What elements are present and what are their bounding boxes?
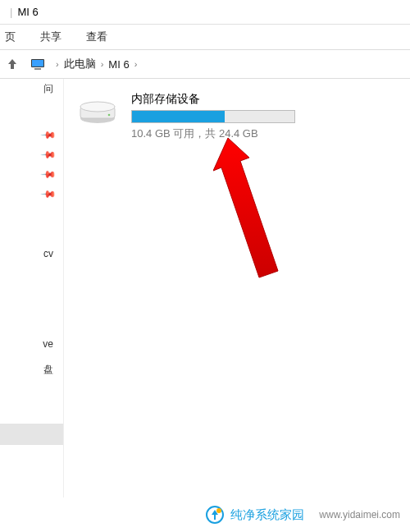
address-bar[interactable]: › 此电脑 › MI 6 ›: [0, 49, 410, 79]
drive-capacity-text: 10.4 GB 可用，共 24.4 GB: [131, 126, 295, 141]
arrow-up-icon: [6, 57, 19, 71]
sidebar-item-selected[interactable]: [0, 424, 63, 445]
sidebar-pinned-item[interactable]: 📌: [0, 125, 63, 144]
pin-icon: 📌: [40, 186, 57, 203]
brand-name: 纯净系统家园: [230, 507, 304, 523]
tab-share[interactable]: 共享: [37, 25, 65, 49]
sidebar-item[interactable]: 盘: [43, 363, 53, 377]
drive-title: 内部存储设备: [131, 92, 295, 107]
window-title: MI 6: [17, 6, 38, 18]
ribbon-tabs: 页 共享 查看: [0, 25, 410, 49]
sidebar-pinned-item[interactable]: 📌: [0, 164, 63, 184]
this-pc-icon: [30, 56, 46, 72]
tab-file[interactable]: 页: [2, 25, 19, 49]
pin-icon: 📌: [40, 166, 57, 183]
navigation-pane: 问 📌 📌 📌 📌 cv ve 盘: [0, 79, 64, 498]
pin-icon: 📌: [40, 126, 57, 144]
sidebar-item[interactable]: ve: [43, 338, 53, 350]
chevron-right-icon: ›: [101, 59, 104, 69]
sidebar-item[interactable]: cv: [43, 248, 53, 259]
svg-point-6: [108, 114, 111, 117]
title-bar: | MI 6: [0, 0, 410, 25]
brand-url: www.yidaimei.com: [319, 509, 400, 521]
capacity-bar: [131, 110, 295, 123]
sidebar-pinned-item[interactable]: 📌: [0, 184, 63, 204]
sidebar-pinned-item[interactable]: 📌: [0, 144, 63, 164]
svg-point-9: [216, 508, 221, 513]
brand-logo-icon: [206, 506, 224, 524]
svg-marker-7: [213, 138, 278, 277]
svg-point-5: [80, 102, 115, 112]
crumb-this-pc[interactable]: 此电脑: [64, 57, 96, 71]
svg-rect-1: [32, 60, 43, 66]
sidebar-item-quickaccess[interactable]: 问: [43, 82, 53, 96]
drive-info: 内部存储设备 10.4 GB 可用，共 24.4 GB: [131, 92, 295, 141]
tab-view[interactable]: 查看: [83, 25, 111, 49]
title-separator: |: [10, 6, 12, 18]
capacity-used-fill: [132, 111, 225, 122]
annotation-arrow: [213, 128, 312, 276]
chevron-right-icon: ›: [56, 59, 59, 69]
crumb-device[interactable]: MI 6: [108, 58, 129, 71]
drive-tile[interactable]: 内部存储设备 10.4 GB 可用，共 24.4 GB: [79, 92, 395, 141]
main-area: 问 📌 📌 📌 📌 cv ve 盘 内部存储设备: [0, 79, 410, 498]
pin-icon: 📌: [40, 146, 57, 163]
svg-rect-2: [34, 68, 41, 70]
content-pane[interactable]: 内部存储设备 10.4 GB 可用，共 24.4 GB: [64, 79, 410, 498]
nav-up-button[interactable]: [2, 53, 23, 75]
chevron-right-icon: ›: [134, 59, 138, 69]
drive-icon: [79, 95, 116, 126]
footer-watermark: 纯净系统家园 www.yidaimei.com: [0, 498, 410, 532]
